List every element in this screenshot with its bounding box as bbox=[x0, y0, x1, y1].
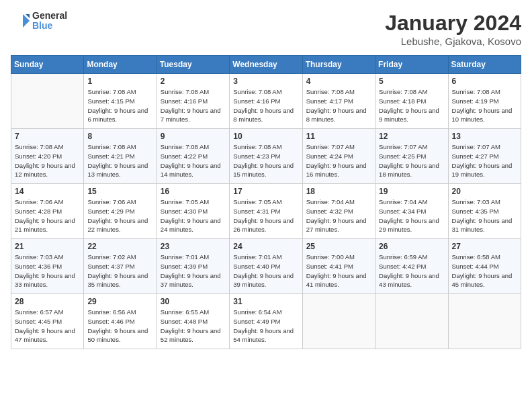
page-header: General Blue January 2024 Lebushe, Gjako… bbox=[11, 11, 521, 47]
calendar-cell: 29Sunrise: 6:56 AMSunset: 4:46 PMDayligh… bbox=[84, 294, 157, 349]
day-header-saturday: Saturday bbox=[448, 56, 521, 74]
day-info: Sunrise: 6:56 AMSunset: 4:46 PMDaylight:… bbox=[87, 308, 152, 345]
calendar-cell: 1Sunrise: 7:08 AMSunset: 4:15 PMDaylight… bbox=[84, 74, 157, 129]
day-number: 9 bbox=[161, 132, 226, 141]
calendar-cell: 12Sunrise: 7:07 AMSunset: 4:25 PMDayligh… bbox=[375, 129, 448, 184]
day-number: 22 bbox=[87, 242, 152, 251]
day-number: 2 bbox=[161, 77, 226, 86]
calendar-cell: 3Sunrise: 7:08 AMSunset: 4:16 PMDaylight… bbox=[230, 74, 302, 129]
calendar-cell bbox=[302, 294, 375, 349]
day-info: Sunrise: 6:59 AMSunset: 4:42 PMDaylight:… bbox=[379, 253, 444, 289]
week-row: 21Sunrise: 7:03 AMSunset: 4:36 PMDayligh… bbox=[11, 239, 521, 294]
day-info: Sunrise: 7:02 AMSunset: 4:37 PMDaylight:… bbox=[87, 253, 152, 289]
day-number: 3 bbox=[233, 77, 298, 86]
day-number: 30 bbox=[161, 297, 226, 306]
day-info: Sunrise: 7:00 AMSunset: 4:41 PMDaylight:… bbox=[306, 253, 371, 289]
day-info: Sunrise: 7:07 AMSunset: 4:25 PMDaylight:… bbox=[379, 142, 444, 179]
day-info: Sunrise: 7:08 AMSunset: 4:17 PMDaylight:… bbox=[306, 87, 371, 124]
day-number: 10 bbox=[233, 132, 298, 141]
calendar-table: SundayMondayTuesdayWednesdayThursdayFrid… bbox=[11, 55, 521, 349]
calendar-cell: 8Sunrise: 7:08 AMSunset: 4:21 PMDaylight… bbox=[84, 129, 157, 184]
day-number: 28 bbox=[15, 297, 80, 306]
calendar-cell: 27Sunrise: 6:58 AMSunset: 4:44 PMDayligh… bbox=[448, 239, 521, 294]
calendar-cell: 21Sunrise: 7:03 AMSunset: 4:36 PMDayligh… bbox=[11, 239, 84, 294]
location-title: Lebushe, Gjakova, Kosovo bbox=[385, 36, 521, 47]
day-info: Sunrise: 7:08 AMSunset: 4:23 PMDaylight:… bbox=[233, 142, 298, 179]
day-header-friday: Friday bbox=[375, 56, 448, 74]
calendar-cell: 10Sunrise: 7:08 AMSunset: 4:23 PMDayligh… bbox=[230, 129, 302, 184]
calendar-cell: 20Sunrise: 7:03 AMSunset: 4:35 PMDayligh… bbox=[448, 184, 521, 239]
logo-text: General Blue bbox=[32, 11, 67, 32]
day-info: Sunrise: 7:08 AMSunset: 4:18 PMDaylight:… bbox=[379, 87, 444, 124]
day-number: 1 bbox=[87, 77, 152, 86]
day-info: Sunrise: 7:06 AMSunset: 4:29 PMDaylight:… bbox=[87, 197, 152, 234]
day-info: Sunrise: 6:58 AMSunset: 4:44 PMDaylight:… bbox=[452, 253, 517, 289]
day-info: Sunrise: 7:05 AMSunset: 4:31 PMDaylight:… bbox=[233, 197, 298, 234]
day-number: 8 bbox=[87, 132, 152, 141]
calendar-cell bbox=[448, 294, 521, 349]
day-number: 27 bbox=[452, 242, 517, 251]
day-number: 15 bbox=[87, 187, 152, 196]
day-number: 19 bbox=[379, 187, 444, 196]
week-row: 7Sunrise: 7:08 AMSunset: 4:20 PMDaylight… bbox=[11, 129, 521, 184]
day-info: Sunrise: 7:05 AMSunset: 4:30 PMDaylight:… bbox=[161, 197, 226, 234]
calendar-cell: 14Sunrise: 7:06 AMSunset: 4:28 PMDayligh… bbox=[11, 184, 84, 239]
calendar-cell: 13Sunrise: 7:07 AMSunset: 4:27 PMDayligh… bbox=[448, 129, 521, 184]
day-info: Sunrise: 7:06 AMSunset: 4:28 PMDaylight:… bbox=[15, 197, 80, 234]
day-number: 29 bbox=[87, 297, 152, 306]
calendar-cell: 16Sunrise: 7:05 AMSunset: 4:30 PMDayligh… bbox=[157, 184, 229, 239]
day-number: 31 bbox=[233, 297, 298, 306]
day-number: 14 bbox=[15, 187, 80, 196]
day-header-tuesday: Tuesday bbox=[157, 56, 229, 74]
day-number: 26 bbox=[379, 242, 444, 251]
calendar-cell: 31Sunrise: 6:54 AMSunset: 4:49 PMDayligh… bbox=[230, 294, 302, 349]
day-header-monday: Monday bbox=[84, 56, 157, 74]
calendar-cell bbox=[375, 294, 448, 349]
day-info: Sunrise: 7:01 AMSunset: 4:39 PMDaylight:… bbox=[161, 253, 226, 289]
day-number: 6 bbox=[452, 77, 517, 86]
day-number: 20 bbox=[452, 187, 517, 196]
calendar-cell: 17Sunrise: 7:05 AMSunset: 4:31 PMDayligh… bbox=[230, 184, 302, 239]
day-info: Sunrise: 7:01 AMSunset: 4:40 PMDaylight:… bbox=[233, 253, 298, 289]
day-info: Sunrise: 7:08 AMSunset: 4:21 PMDaylight:… bbox=[87, 142, 152, 179]
day-number: 4 bbox=[306, 77, 371, 86]
days-header-row: SundayMondayTuesdayWednesdayThursdayFrid… bbox=[11, 56, 521, 74]
calendar-cell: 2Sunrise: 7:08 AMSunset: 4:16 PMDaylight… bbox=[157, 74, 229, 129]
day-info: Sunrise: 7:07 AMSunset: 4:27 PMDaylight:… bbox=[452, 142, 517, 179]
calendar-cell: 18Sunrise: 7:04 AMSunset: 4:32 PMDayligh… bbox=[302, 184, 375, 239]
day-header-thursday: Thursday bbox=[302, 56, 375, 74]
calendar-cell: 25Sunrise: 7:00 AMSunset: 4:41 PMDayligh… bbox=[302, 239, 375, 294]
day-info: Sunrise: 7:08 AMSunset: 4:20 PMDaylight:… bbox=[15, 142, 80, 179]
day-number: 11 bbox=[306, 132, 371, 141]
day-number: 16 bbox=[161, 187, 226, 196]
day-info: Sunrise: 7:08 AMSunset: 4:19 PMDaylight:… bbox=[452, 87, 517, 124]
day-info: Sunrise: 7:08 AMSunset: 4:22 PMDaylight:… bbox=[161, 142, 226, 179]
day-header-sunday: Sunday bbox=[11, 56, 84, 74]
day-number: 25 bbox=[306, 242, 371, 251]
day-info: Sunrise: 7:04 AMSunset: 4:32 PMDaylight:… bbox=[306, 197, 371, 234]
calendar-cell: 22Sunrise: 7:02 AMSunset: 4:37 PMDayligh… bbox=[84, 239, 157, 294]
day-info: Sunrise: 7:07 AMSunset: 4:24 PMDaylight:… bbox=[306, 142, 371, 179]
title-block: January 2024 Lebushe, Gjakova, Kosovo bbox=[385, 11, 521, 47]
day-info: Sunrise: 7:08 AMSunset: 4:16 PMDaylight:… bbox=[161, 87, 226, 124]
day-info: Sunrise: 7:08 AMSunset: 4:15 PMDaylight:… bbox=[87, 87, 152, 124]
logo: General Blue bbox=[11, 11, 67, 32]
day-header-wednesday: Wednesday bbox=[230, 56, 302, 74]
day-info: Sunrise: 7:04 AMSunset: 4:34 PMDaylight:… bbox=[379, 197, 444, 234]
day-info: Sunrise: 6:54 AMSunset: 4:49 PMDaylight:… bbox=[233, 308, 298, 345]
calendar-cell: 7Sunrise: 7:08 AMSunset: 4:20 PMDaylight… bbox=[11, 129, 84, 184]
calendar-cell: 28Sunrise: 6:57 AMSunset: 4:45 PMDayligh… bbox=[11, 294, 84, 349]
month-title: January 2024 bbox=[385, 11, 521, 36]
day-info: Sunrise: 7:08 AMSunset: 4:16 PMDaylight:… bbox=[233, 87, 298, 124]
day-info: Sunrise: 6:55 AMSunset: 4:48 PMDaylight:… bbox=[161, 308, 226, 345]
day-number: 5 bbox=[379, 77, 444, 86]
day-info: Sunrise: 6:57 AMSunset: 4:45 PMDaylight:… bbox=[15, 308, 80, 345]
calendar-cell bbox=[11, 74, 84, 129]
calendar-cell: 30Sunrise: 6:55 AMSunset: 4:48 PMDayligh… bbox=[157, 294, 229, 349]
calendar-cell: 9Sunrise: 7:08 AMSunset: 4:22 PMDaylight… bbox=[157, 129, 229, 184]
day-info: Sunrise: 7:03 AMSunset: 4:35 PMDaylight:… bbox=[452, 197, 517, 234]
week-row: 14Sunrise: 7:06 AMSunset: 4:28 PMDayligh… bbox=[11, 184, 521, 239]
calendar-cell: 11Sunrise: 7:07 AMSunset: 4:24 PMDayligh… bbox=[302, 129, 375, 184]
logo-icon bbox=[11, 11, 30, 30]
calendar-cell: 15Sunrise: 7:06 AMSunset: 4:29 PMDayligh… bbox=[84, 184, 157, 239]
